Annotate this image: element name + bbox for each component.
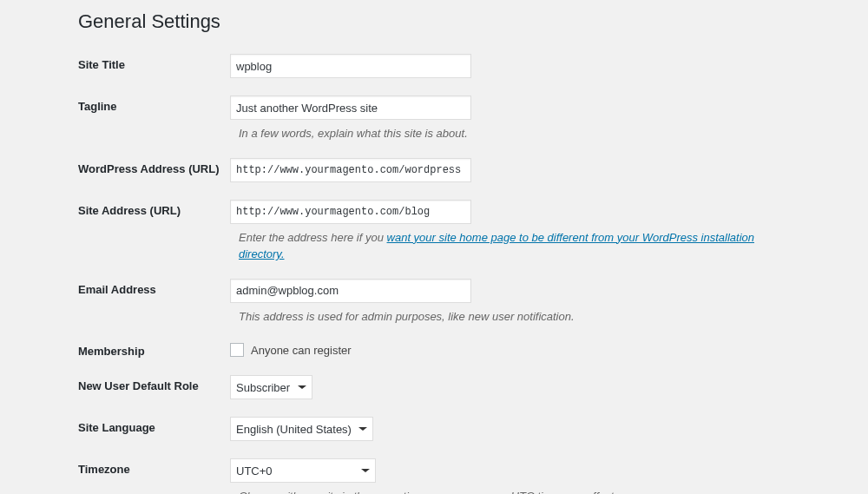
tagline-description: In a few words, explain what this site i…: [239, 125, 799, 142]
settings-form: Site Title Tagline In a few words, expla…: [69, 54, 799, 494]
email-description: This address is used for admin purposes,…: [239, 308, 799, 326]
timezone-label: Timezone: [69, 458, 230, 476]
default-role-label: New User Default Role: [69, 375, 230, 392]
default-role-select[interactable]: Subscriber: [230, 375, 312, 399]
page-title: General Settings: [78, 0, 799, 33]
site-language-select[interactable]: English (United States): [230, 417, 373, 441]
site-address-desc-prefix: Enter the address here if you: [239, 231, 387, 244]
site-address-description: Enter the address here if you want your …: [239, 229, 799, 263]
email-input[interactable]: [230, 279, 471, 303]
tagline-label: Tagline: [69, 96, 230, 113]
site-address-label: Site Address (URL): [69, 200, 230, 217]
tagline-input[interactable]: [230, 96, 471, 120]
wp-address-label: WordPress Address (URL): [69, 158, 230, 175]
membership-checkbox[interactable]: [230, 343, 244, 357]
site-language-label: Site Language: [69, 417, 230, 434]
membership-label: Membership: [69, 340, 230, 358]
timezone-description: Choose either a city in the same timezon…: [239, 488, 799, 494]
site-title-input[interactable]: [230, 54, 471, 78]
site-address-input[interactable]: [230, 200, 471, 224]
timezone-select[interactable]: UTC+0: [230, 458, 376, 483]
email-label: Email Address: [69, 279, 230, 296]
site-title-label: Site Title: [69, 54, 230, 71]
wp-address-input[interactable]: [230, 158, 471, 182]
membership-checkbox-label: Anyone can register: [251, 344, 352, 357]
